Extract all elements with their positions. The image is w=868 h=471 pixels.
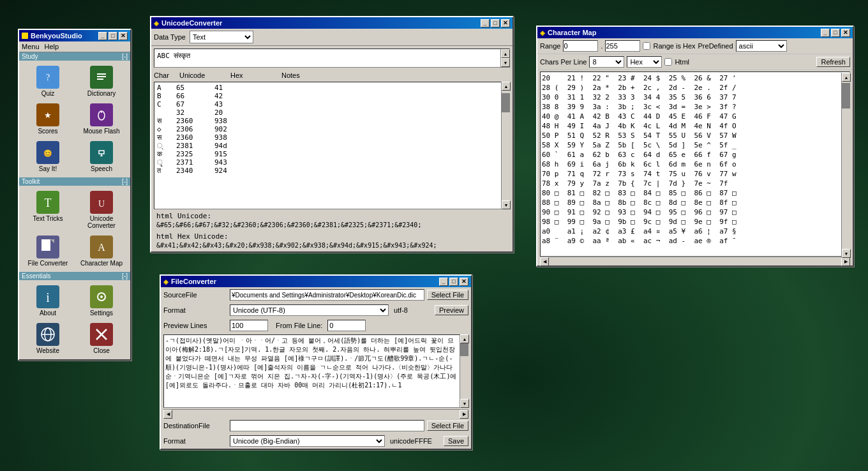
- fc-source-select-btn[interactable]: Select File: [427, 290, 468, 300]
- uc-table-row: स2360938: [156, 117, 499, 125]
- fc-preview-scroll-down[interactable]: ▼: [460, 399, 469, 408]
- sidebar-item-scores[interactable]: ★ Scores: [22, 101, 74, 137]
- cm-content[interactable]: 20 21 ! 22 " 23 # 24 $ 25 % 26 & 27 '28 …: [540, 71, 850, 257]
- uc-table-row: C6743: [156, 100, 499, 108]
- fc-preview-lines-row: Preview Lines From File Line:: [161, 318, 471, 333]
- close-icon: [90, 323, 113, 346]
- svg-text:★: ★: [44, 110, 52, 120]
- cm-format-select[interactable]: Hex Dec: [627, 56, 662, 68]
- cm-table-row: 80 □ 81 □ 82 □ 83 □ 84 □ 85 □ 86 □ 87 □: [542, 188, 839, 198]
- cm-range-to[interactable]: [605, 40, 640, 52]
- study-toggle[interactable]: [-]: [122, 53, 128, 60]
- cm-table-row: 30 0 31 1 32 2 33 3 34 4 35 5 36 6 37 7: [542, 93, 839, 102]
- cm-scroll-up[interactable]: ▲: [842, 73, 851, 82]
- uc-table-scroll[interactable]: A6541B6642C6743 3220स2360938◇2306902स236…: [154, 82, 510, 209]
- website-label: Website: [36, 347, 59, 354]
- uc-minimize-btn[interactable]: _: [481, 19, 490, 27]
- sidebar-item-quiz[interactable]: ? Quiz: [22, 63, 74, 100]
- fc-maximize-btn[interactable]: □: [449, 278, 458, 286]
- menu-item-menu[interactable]: Menu: [22, 43, 40, 50]
- cm-toolbar: Range . Range is Hex PreDefined ascii la…: [537, 38, 853, 54]
- sidebar-item-dictionary[interactable]: Dictionary: [75, 63, 128, 100]
- sidebar-item-speech[interactable]: Speech: [75, 138, 128, 175]
- sidebar-item-character-map[interactable]: A Character Map: [75, 233, 128, 269]
- cm-table-row: 78 x 79 y 7a z 7b { 7c | 7d } 7e ~ 7f: [542, 179, 839, 188]
- sidebar-item-say-it[interactable]: 😊 Say It!: [22, 138, 74, 175]
- app-minimize-btn[interactable]: _: [98, 32, 107, 40]
- cm-scroll-thumb[interactable]: [842, 83, 850, 108]
- uc-table-scroll-up[interactable]: ▲: [502, 82, 511, 91]
- cm-predefined-select[interactable]: ascii latin: [736, 40, 787, 52]
- file-converter-window: ◈ FileConverter _ □ ✕ SourceFile Select …: [160, 274, 472, 450]
- uc-datatype-select[interactable]: Text File URL: [190, 31, 253, 43]
- svg-rect-20: [41, 239, 50, 251]
- cm-range-is-hex-check[interactable]: [643, 42, 650, 50]
- menu-item-help[interactable]: Help: [45, 43, 59, 50]
- fc-preview-track: [460, 343, 468, 399]
- uc-scroll-thumb[interactable]: [502, 93, 510, 112]
- fc-preview-thumb[interactable]: [460, 343, 468, 356]
- fc-preview-scroll-up[interactable]: ▲: [460, 334, 469, 343]
- essentials-toggle[interactable]: [-]: [122, 273, 128, 280]
- scores-label: Scores: [38, 128, 57, 135]
- essentials-grid: i About Settings Website Close: [19, 280, 130, 359]
- sidebar-item-text-tricks[interactable]: T Text Tricks: [22, 188, 74, 232]
- fc-from-file-line-input[interactable]: [327, 320, 366, 331]
- cm-html-check[interactable]: [664, 58, 672, 66]
- cm-chars-per-line-select[interactable]: 8 16: [589, 56, 624, 68]
- fc-preview-area[interactable]: -ㄱ(접미사)(옛말)어미 ㆍ아ㆍㆍ어/ㆍ고 등에 붙어，어세(語勢)를 더하는…: [163, 334, 468, 408]
- sidebar-item-about[interactable]: i About: [22, 283, 74, 319]
- about-label: About: [40, 310, 56, 317]
- quiz-label: Quiz: [41, 90, 55, 97]
- fc-dest-select-btn[interactable]: Select File: [427, 421, 468, 431]
- cm-close-btn[interactable]: ✕: [841, 29, 850, 37]
- uc-html-hex-value: &#x41;&#x42;&#x43;&#x20;&#x938;&#x902;&#…: [156, 242, 507, 249]
- cm-scroll-down[interactable]: ▼: [842, 249, 851, 258]
- fc-preview-btn[interactable]: Preview: [435, 305, 468, 315]
- sidebar-item-file-converter[interactable]: File Converter: [22, 233, 74, 269]
- uc-toolbar: Data Type Text File URL: [151, 29, 513, 46]
- toolkit-toggle[interactable]: [-]: [122, 178, 128, 185]
- svg-text:?: ?: [46, 73, 50, 82]
- cm-maximize-btn[interactable]: □: [831, 29, 840, 37]
- fc-preview-lines-input[interactable]: [230, 320, 268, 331]
- sidebar-item-mouse-flash[interactable]: Mouse Flash: [75, 101, 128, 137]
- study-grid: ? Quiz Dictionary ★ Scores Mouse Flash 😊: [19, 61, 130, 177]
- study-section-header: Study [-]: [19, 52, 130, 61]
- fc-scroll-left[interactable]: ◀: [163, 410, 172, 419]
- fc-source-input[interactable]: [230, 289, 424, 301]
- cm-scroll-right[interactable]: ▶: [841, 257, 850, 266]
- uc-input-container: ABC संस्कृत ▲ ▼: [154, 49, 510, 68]
- unicode-converter-label: Unicode Converter: [77, 215, 126, 229]
- svg-text:T: T: [45, 197, 52, 209]
- fc-minimize-btn[interactable]: _: [439, 278, 448, 286]
- fc-scroll-right[interactable]: ▶: [460, 410, 468, 419]
- uc-table-row: क2325915: [156, 150, 499, 158]
- text-tricks-icon: T: [36, 191, 59, 214]
- scores-icon: ★: [36, 103, 59, 126]
- uc-close-btn[interactable]: ✕: [501, 19, 510, 27]
- fc-close-btn[interactable]: ✕: [460, 278, 468, 286]
- cm-table-row: a8 ¨ a9 © aa ª ab « ac ¬ ad - ae ® af ¯: [542, 236, 839, 246]
- cm-table-row: 38 8 39 9 3a : 3b ; 3c < 3d = 3e > 3f ?: [542, 102, 839, 112]
- app-maximize-btn[interactable]: □: [108, 32, 117, 40]
- cm-scroll-left[interactable]: ◀: [540, 257, 549, 266]
- uc-scroll-down[interactable]: ▼: [501, 58, 510, 67]
- say-it-label: Say It!: [39, 165, 57, 172]
- app-close-btn[interactable]: ✕: [119, 32, 128, 40]
- sidebar-item-unicode-converter[interactable]: U Unicode Converter: [75, 188, 128, 232]
- sidebar-item-close[interactable]: Close: [75, 320, 128, 357]
- uc-input-text[interactable]: ABC संस्कृत: [154, 49, 509, 63]
- cm-minimize-btn[interactable]: _: [821, 29, 830, 37]
- sidebar-item-website[interactable]: Website: [22, 320, 74, 357]
- fc-dest-input[interactable]: [230, 420, 424, 431]
- sidebar-item-settings[interactable]: Settings: [75, 283, 128, 319]
- fc-save-btn[interactable]: Save: [444, 436, 468, 446]
- fc-format-select[interactable]: Unicode (UTF-8): [230, 304, 389, 316]
- fc-dest-format-select[interactable]: Unicode (Big-Endian): [230, 435, 385, 447]
- uc-scroll-up[interactable]: ▲: [501, 49, 510, 58]
- uc-table-scroll-down[interactable]: ▼: [502, 200, 511, 209]
- cm-range-from[interactable]: [563, 40, 598, 52]
- cm-refresh-btn[interactable]: Refresh: [816, 57, 850, 67]
- uc-maximize-btn[interactable]: □: [491, 19, 500, 27]
